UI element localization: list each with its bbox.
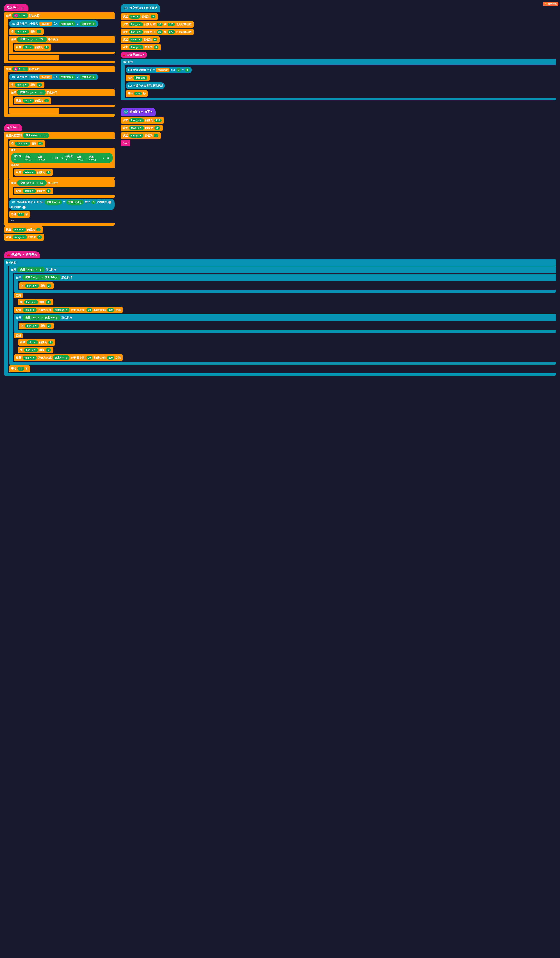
arm-spacer-1 [9, 55, 59, 60]
start-thread1: 🚗 启动 子线程1 ▼ [121, 52, 147, 58]
fish-y-add-3: 将 fish_y ▼ 增加 3 [9, 29, 44, 35]
wait-0-1-thread1: 等待 0.1 秒 [9, 365, 30, 372]
val-260: 260 [38, 38, 45, 41]
val-0-forage: 0 [37, 235, 42, 239]
set-eaten-0: 设置 eaten ▼ 的值为 0 [4, 227, 43, 233]
set-fishy-clamp: 设置 fish_y ▼ 的值为 约束 变量 fish_y 介于(最小值) 10 … [14, 354, 122, 361]
val-10-min: 10 [86, 356, 92, 360]
set-dirc-0-row: 设置 dirc ▼ 的值为 0 [14, 97, 114, 104]
fishx-add-neg2: 将 fish_x ▼ 增加 -2 [18, 299, 54, 305]
button-b-hat: K10 当按键 B▼ 按下▼ [121, 108, 155, 116]
set-foodx-236: 设置 food_x ▼ 的值为 236 [121, 117, 164, 124]
if-forage-header: 如果 变量 forage = 1 那么执行 [9, 266, 556, 273]
val-0: 0 [22, 14, 26, 17]
val-0-1: 0.1 [17, 213, 24, 216]
define-fish-hat: 定义 fish a [4, 4, 29, 11]
set-forage-1-row: 设置 forage ▼ 的值为 1 [121, 132, 556, 139]
val-20-min: 20 [86, 308, 92, 312]
kite-icon: K10 [11, 21, 16, 26]
val-0-1-thread1: 0.1 [17, 367, 24, 371]
set-fishx-clamp-row: 设置 fish_x ▼ 的值为 约束 变量 fish_x 介于(最小值) 20 … [14, 306, 556, 314]
loop-forever-footer [121, 98, 556, 100]
var-food-x-1: food_x ▼ [15, 142, 30, 146]
thread1-hat: 🚗 子线程1 ▼ 程序开始 [4, 251, 40, 258]
var-forage-1: forage ▼ [13, 235, 27, 239]
if-foody-gt-fishy: 如果 变量 food_y > 变量 fish_y 那么执行 将 [14, 314, 556, 333]
fishy-add-2-row: 将 fish_y ▼ 增加 2 [19, 322, 556, 330]
set-fishy-random: 设置 fish_y ▼ 的值为 在 20 和 270 之间取随机数 [121, 29, 194, 35]
kite-icon-2: K10 [11, 75, 16, 79]
if-foody-gt-fishy-footer [14, 330, 556, 333]
val-120: 120 [168, 22, 175, 26]
op-a-eq-1: a = 1 [12, 67, 28, 71]
main-program-label: 行空板K10主程序开始 [129, 6, 157, 10]
fish-y-add-3-row: 将 fish_y ▼ 增加 3 [9, 28, 114, 35]
var-eaten-init: eaten ▼ [129, 38, 143, 41]
kite-icon-bg: K10 [128, 68, 132, 72]
val-270: 270 [168, 30, 175, 34]
define-food-hat: 定义 food [4, 124, 22, 131]
var-forage-btn: forage ▼ [129, 133, 143, 138]
flush-display-block: K10 将缓存内容显示/显示更新 [125, 82, 165, 89]
loop-arrow: ↩ [11, 219, 114, 223]
val-neg2-fishx: -2 [46, 300, 51, 304]
val-2-radius: 2 [91, 200, 96, 204]
var-fish-x-init: fish_x ▼ [129, 22, 143, 26]
val-0-dirc: 0 [44, 99, 49, 103]
buffer-block-f2: K10 缓存显示TF卡图片 "f2.png" 在X 变量 fish_x Y 变量… [9, 73, 98, 80]
main-program-section: K10 行空板K10主程序开始 设置 dirc ▼ 的值为 0 设置 fish_… [121, 4, 556, 100]
op-a-eq-0: a = 0 [12, 13, 28, 18]
buffer-block-f1: K10 缓存显示TF卡图片 "f1.png" 在X 变量 fish_x Y 变量… [9, 20, 98, 27]
var-fish-y-1: 变量 fish_y [79, 22, 96, 26]
var-a: a [14, 14, 18, 17]
var-dirc-init: dirc ▼ [129, 15, 140, 19]
if-foodx-lt-50-footer [9, 195, 114, 198]
repeat-until-header: 重复执行直到 变量 eaten = 1 [4, 132, 114, 139]
val-1-forage: 1 [154, 134, 158, 138]
if-a-eq-0-block: 如果 a = 0 那么执行 K10 缓存显示TF卡图片 "f1.png" [4, 12, 114, 63]
if-a-eq-1-footer [4, 114, 114, 117]
var-eaten-1: 变量 eaten [24, 133, 39, 138]
wait-0-1-thread1-row: 等待 0.1 秒 [9, 365, 556, 372]
fishx-add-neg2-row: 将 fish_x ▼ 增加 -2 [18, 298, 556, 306]
flush-display-row: K10 将缓存内容显示/显示更新 [125, 82, 556, 90]
else-2-body: 设置 dirc ▼ 的值为 1 将 fish_y ▼ 增加 -2 [18, 339, 556, 354]
set-foodx-row: 设置 food_x ▼ 的值为 236 [121, 117, 556, 124]
if-fishy-gt-260: 如果 变量 fish_y > 260 那么执行 设置 dirc [9, 36, 114, 54]
val-neg3: -3 [36, 83, 42, 87]
abs-block-1: 绝对值 ▼ 变量 fish_x - 变量 food_x [12, 154, 50, 162]
set-foody-row: 设置 food_y ▼ 的值为 60 [121, 124, 556, 132]
loop-thread1-footer [4, 373, 556, 376]
fish-y-add-neg3: 将 fish_y ▼ 增加 -3 [9, 82, 44, 88]
wait-0-05: 等待 0.05 秒 [125, 90, 148, 97]
wait-0-1: 等待 0.1 秒 [9, 211, 30, 217]
food-call-row: food [121, 140, 556, 147]
loop-thread1-body: 如果 变量 forage = 1 那么执行 如果 变量 food_ [4, 266, 556, 373]
set-fishy-random-row: 设置 fish_y ▼ 的值为 在 20 和 270 之间取随机数 [121, 29, 556, 36]
if-a-eq-1-block: 如果 a = 1 那么执行 K10 缓存显示TF卡图片 "f2.png" [4, 65, 114, 117]
repeat-until-body: 将 food_x ▼ 增加 -2 如果 绝对值 ▼ 变量 fish_x [4, 139, 114, 223]
kite-icon-3: K10 [11, 200, 16, 205]
val-1-eaten: 1 [43, 134, 47, 138]
var-fish-y-7: 变量 fish_y [76, 155, 85, 161]
var-dirc-2: dirc ▼ [22, 99, 34, 103]
else-1: 否则 [14, 293, 22, 298]
if-abs-dist-footer [9, 177, 114, 179]
set-forage-init: 设置 forage ▼ 的值为 0 [121, 44, 161, 51]
if-a-eq-1-header: 如果 a = 1 那么执行 [4, 65, 114, 72]
set-forage-0: 设置 forage ▼ 的值为 0 [4, 234, 44, 241]
var-fish-y-6: 变量 fish_y [19, 90, 34, 95]
op-foody-gt-fishy: 变量 food_y > 变量 fish_y [22, 315, 61, 320]
fish-param-a: a [20, 6, 25, 10]
if-a-eq-0-body: K10 缓存显示TF卡图片 "f1.png" 在X 变量 fish_x Y 变量… [4, 19, 114, 61]
fishy-add-neg2: 将 fish_y ▼ 增加 -2 [18, 347, 54, 353]
buffer-circle-row: K10 缓存画圆 填充▼ 圆心X 变量 food_x Y 变量 food_y 半… [9, 198, 114, 210]
fish-dirc-row: fish 变量 dirc [125, 74, 556, 82]
set-fishx-random-row: 设置 fish_x ▼ 的值为 在 30 和 120 之间取随机数 [121, 21, 556, 28]
if-abs-dist-header: 如果 绝对值 ▼ 变量 fish_x - 变量 food_x [9, 148, 114, 168]
val-30: 30 [157, 22, 163, 26]
var-fish-y-3: 变量 fish_y [19, 37, 34, 41]
var-food-x-4: 变量 food_x [44, 200, 62, 205]
set-eaten-init: 设置 eaten ▼ 的值为 0 [121, 36, 160, 43]
var-dirc-3: dirc ▼ [27, 340, 38, 344]
